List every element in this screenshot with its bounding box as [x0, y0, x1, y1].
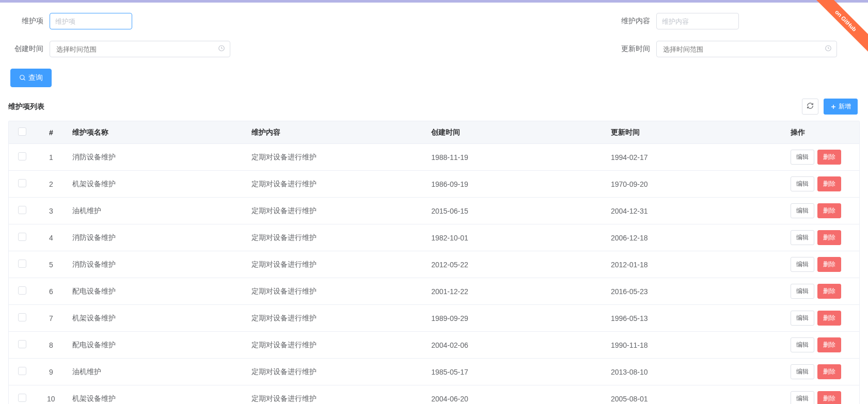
row-checkbox[interactable] — [18, 206, 26, 214]
edit-button[interactable]: 编辑 — [791, 203, 814, 218]
row-content: 定期对设备进行维护 — [246, 224, 426, 251]
table-row: 5消防设备维护定期对设备进行维护2012-05-222012-01-18编辑删除 — [9, 251, 859, 278]
row-content: 定期对设备进行维护 — [246, 359, 426, 385]
list-title: 维护项列表 — [8, 102, 44, 111]
row-created: 2004-02-06 — [426, 332, 606, 359]
edit-button[interactable]: 编辑 — [791, 150, 814, 165]
filter-form: 维护项 维护内容 创建时间 更新时间 查询 — [0, 3, 868, 92]
table-row: 3油机维护定期对设备进行维护2015-06-152004-12-31编辑删除 — [9, 198, 859, 224]
row-name: 机架设备维护 — [67, 305, 247, 332]
row-actions: 编辑删除 — [785, 385, 859, 405]
row-name: 配电设备维护 — [67, 332, 247, 359]
delete-button[interactable]: 删除 — [817, 150, 841, 165]
row-name: 油机维护 — [67, 359, 247, 385]
row-updated: 2006-12-18 — [606, 224, 785, 251]
row-created: 1982-10-01 — [426, 224, 606, 251]
row-updated: 1990-11-18 — [606, 332, 785, 359]
row-content: 定期对设备进行维护 — [246, 278, 426, 305]
row-created: 2004-06-20 — [426, 385, 606, 405]
row-index: 10 — [35, 385, 67, 405]
edit-button[interactable]: 编辑 — [791, 284, 814, 299]
row-index: 9 — [35, 359, 67, 385]
row-created: 1986-09-19 — [426, 171, 606, 198]
edit-button[interactable]: 编辑 — [791, 364, 814, 379]
table-row: 1消防设备维护定期对设备进行维护1988-11-191994-02-17编辑删除 — [9, 144, 859, 171]
delete-button[interactable]: 删除 — [817, 257, 841, 272]
row-checkbox[interactable] — [18, 313, 26, 321]
delete-button[interactable]: 删除 — [817, 391, 841, 404]
refresh-button[interactable] — [802, 99, 818, 115]
row-created: 2015-06-15 — [426, 198, 606, 224]
edit-button[interactable]: 编辑 — [791, 311, 814, 326]
search-icon — [19, 74, 26, 82]
col-created: 创建时间 — [426, 121, 606, 144]
filter-update-input[interactable] — [656, 41, 837, 57]
edit-button[interactable]: 编辑 — [791, 257, 814, 272]
row-index: 8 — [35, 332, 67, 359]
clock-icon — [825, 45, 832, 54]
filter-update-time: 更新时间 — [617, 41, 837, 57]
row-actions: 编辑删除 — [785, 224, 859, 251]
row-index: 1 — [35, 144, 67, 171]
filter-create-time: 创建时间 — [10, 41, 230, 57]
row-created: 2012-05-22 — [426, 251, 606, 278]
row-checkbox[interactable] — [18, 367, 26, 375]
row-content: 定期对设备进行维护 — [246, 198, 426, 224]
row-actions: 编辑删除 — [785, 359, 859, 385]
col-updated: 更新时间 — [606, 121, 785, 144]
row-index: 4 — [35, 224, 67, 251]
row-content: 定期对设备进行维护 — [246, 251, 426, 278]
filter-content-label: 维护内容 — [617, 17, 650, 26]
delete-button[interactable]: 删除 — [817, 284, 841, 299]
delete-button[interactable]: 删除 — [817, 230, 841, 245]
row-created: 1985-05-17 — [426, 359, 606, 385]
svg-point-2 — [20, 75, 24, 79]
filter-content: 维护内容 — [617, 13, 739, 29]
row-updated: 2004-12-31 — [606, 198, 785, 224]
edit-button[interactable]: 编辑 — [791, 230, 814, 245]
row-checkbox[interactable] — [18, 286, 26, 295]
row-content: 定期对设备进行维护 — [246, 332, 426, 359]
filter-item-input[interactable] — [50, 13, 132, 29]
add-button[interactable]: 新增 — [824, 99, 858, 115]
delete-button[interactable]: 删除 — [817, 311, 841, 326]
edit-button[interactable]: 编辑 — [791, 391, 814, 404]
row-checkbox[interactable] — [18, 340, 26, 348]
row-checkbox[interactable] — [18, 260, 26, 268]
row-name: 消防设备维护 — [67, 224, 247, 251]
filter-create-input[interactable] — [50, 41, 230, 57]
delete-button[interactable]: 删除 — [817, 337, 841, 352]
delete-button[interactable]: 删除 — [817, 203, 841, 218]
row-actions: 编辑删除 — [785, 144, 859, 171]
row-actions: 编辑删除 — [785, 278, 859, 305]
filter-item-label: 维护项 — [10, 17, 43, 26]
select-all-checkbox[interactable] — [18, 127, 26, 136]
search-button[interactable]: 查询 — [10, 69, 52, 87]
row-updated: 2013-08-10 — [606, 359, 785, 385]
delete-button[interactable]: 删除 — [817, 176, 841, 191]
table-header-row: # 维护项名称 维护内容 创建时间 更新时间 操作 — [9, 121, 859, 144]
row-name: 配电设备维护 — [67, 278, 247, 305]
table-row: 8配电设备维护定期对设备进行维护2004-02-061990-11-18编辑删除 — [9, 332, 859, 359]
row-updated: 2012-01-18 — [606, 251, 785, 278]
row-created: 1989-09-29 — [426, 305, 606, 332]
edit-button[interactable]: 编辑 — [791, 337, 814, 352]
row-index: 5 — [35, 251, 67, 278]
row-checkbox[interactable] — [18, 152, 26, 160]
row-name: 油机维护 — [67, 198, 247, 224]
row-checkbox[interactable] — [18, 179, 26, 187]
col-content: 维护内容 — [246, 121, 426, 144]
edit-button[interactable]: 编辑 — [791, 176, 814, 191]
list-header: 维护项列表 新增 — [0, 92, 868, 121]
filter-content-input[interactable] — [656, 13, 739, 29]
filter-update-label: 更新时间 — [617, 44, 650, 54]
delete-button[interactable]: 删除 — [817, 364, 841, 379]
row-checkbox[interactable] — [18, 233, 26, 241]
row-checkbox[interactable] — [18, 394, 26, 402]
row-updated: 1996-05-13 — [606, 305, 785, 332]
row-content: 定期对设备进行维护 — [246, 144, 426, 171]
row-created: 2001-12-22 — [426, 278, 606, 305]
row-name: 消防设备维护 — [67, 251, 247, 278]
col-index: # — [35, 121, 67, 144]
row-index: 7 — [35, 305, 67, 332]
